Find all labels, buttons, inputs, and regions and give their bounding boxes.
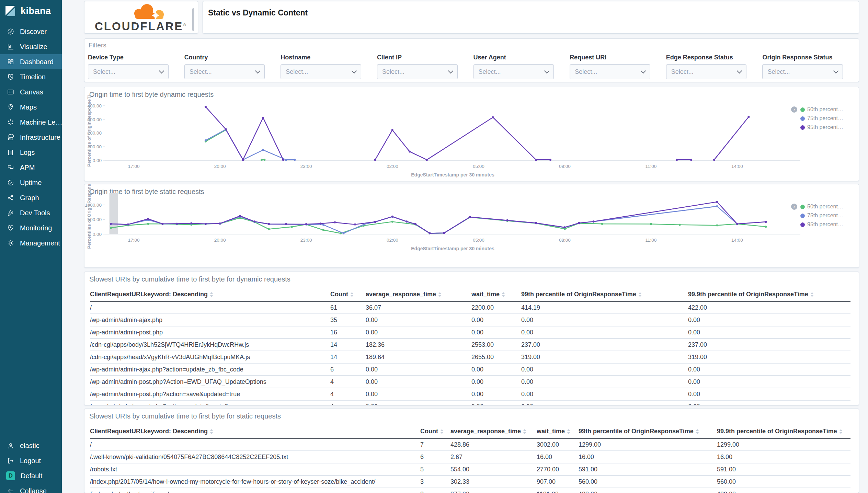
filter-select-country[interactable]: Select... [184, 64, 265, 79]
sidebar: kibana DiscoverVisualizeDashboardTimelio… [0, 0, 62, 493]
sidebar-item-monitoring[interactable]: Monitoring [0, 220, 62, 236]
legend-item[interactable]: 95th percent… [800, 124, 855, 130]
filter-select-hostname[interactable]: Select... [281, 64, 361, 79]
column-header[interactable]: 99.9th percentile of OriginResponseTime [717, 425, 850, 438]
sidebar-item-collapse[interactable]: Collapse [0, 483, 62, 493]
sidebar-item-logs[interactable]: Logs [0, 145, 62, 160]
sidebar-item-machine-le[interactable]: Machine Le… [0, 115, 62, 130]
svg-text:05:00: 05:00 [473, 164, 484, 169]
sidebar-item-timelion[interactable]: Timelion [0, 69, 62, 84]
sidebar-item-discover[interactable]: Discover [0, 24, 62, 39]
chart-legend: ›50th percent…75th percent…95th percent… [800, 106, 855, 133]
legend-expand-icon[interactable]: › [791, 204, 797, 210]
sort-icon[interactable] [210, 429, 213, 434]
sort-icon[interactable] [350, 292, 354, 297]
legend-item[interactable]: ›50th percent… [800, 106, 855, 113]
column-header[interactable]: wait_time [537, 425, 579, 438]
sidebar-item-infrastructure[interactable]: Infrastructure [0, 130, 62, 145]
timelion-icon [7, 73, 14, 81]
table-cell: 3002.00 [537, 438, 579, 451]
select-placeholder: Select... [190, 68, 212, 76]
cloudflare-cloud-icon [95, 3, 187, 21]
table-cell: 2655.00 [471, 351, 521, 363]
sort-icon[interactable] [523, 429, 526, 434]
discover-icon [7, 28, 14, 35]
sort-icon[interactable] [438, 292, 442, 297]
column-header[interactable]: Count [420, 425, 450, 438]
sidebar-item-elastic[interactable]: elastic [0, 438, 62, 453]
legend-label: 50th percent… [807, 106, 843, 113]
sort-icon[interactable] [696, 429, 699, 434]
legend-item[interactable]: 95th percent… [800, 221, 855, 228]
legend-item[interactable]: ›50th percent… [800, 204, 855, 210]
sidebar-item-dev-tools[interactable]: Dev Tools [0, 205, 62, 220]
sort-icon[interactable] [210, 292, 213, 297]
sidebar-item-management[interactable]: Management [0, 236, 62, 251]
kibana-logo[interactable]: kibana [0, 0, 62, 21]
sidebar-item-visualize[interactable]: Visualize [0, 39, 62, 54]
legend-expand-icon[interactable]: › [791, 106, 797, 113]
sidebar-item-label: Logs [20, 149, 35, 157]
sidebar-item-label: Visualize [20, 43, 47, 51]
collapse-icon [7, 487, 14, 493]
sidebar-item-apm[interactable]: APM [0, 160, 62, 175]
sidebar-item-label: Collapse [20, 487, 47, 493]
sidebar-item-dashboard[interactable]: Dashboard [0, 54, 62, 69]
column-header[interactable]: ClientRequestURI.keyword: Descending [90, 288, 330, 301]
sidebar-item-canvas[interactable]: Canvas [0, 84, 62, 100]
sidebar-item-graph[interactable]: Graph [0, 190, 62, 205]
sidebar-item-label: Dev Tools [20, 209, 50, 217]
filter-hostname: HostnameSelect... [281, 54, 361, 79]
svg-text:EdgeStartTimestamp per 30 minu: EdgeStartTimestamp per 30 minutes [411, 246, 494, 251]
column-header[interactable]: Count [330, 288, 366, 301]
chevron-down-icon [159, 68, 164, 74]
filter-select-device-type[interactable]: Select... [88, 64, 169, 79]
sidebar-item-maps[interactable]: Maps [0, 100, 62, 115]
column-header[interactable]: 99.9th percentile of OriginResponseTime [688, 288, 850, 301]
sort-icon[interactable] [810, 292, 814, 297]
legend-item[interactable]: 75th percent… [800, 213, 855, 219]
line-chart-1[interactable]: 0.00500.001000.0017:0020:0023:0002:0005:… [84, 184, 859, 268]
table-cell: 35 [330, 314, 366, 326]
column-header[interactable]: 99th percentile of OriginResponseTime [579, 425, 717, 438]
sidebar-item-default[interactable]: DDefault [0, 468, 62, 483]
column-header[interactable]: 99th percentile of OriginResponseTime [521, 288, 688, 301]
table-cell: 6 [330, 363, 366, 376]
sidebar-item-label: Infrastructure [20, 134, 60, 141]
filter-select-request-uri[interactable]: Select... [570, 64, 650, 79]
canvas-icon [7, 88, 14, 96]
svg-text:Percentiles of OriginResponse: Percentiles of OriginResponse [87, 184, 92, 249]
filter-select-origin-response-status[interactable]: Select... [762, 64, 843, 79]
chevron-down-icon [640, 68, 646, 74]
sort-icon[interactable] [638, 292, 642, 297]
column-header-label: ClientRequestURI.keyword: Descending [90, 428, 208, 435]
column-header[interactable]: wait_time [471, 288, 521, 301]
monitoring-icon [7, 224, 14, 232]
sort-icon[interactable] [502, 292, 505, 297]
sort-icon[interactable] [440, 429, 444, 434]
filter-select-client-ip[interactable]: Select... [377, 64, 458, 79]
filter-select-user-agent[interactable]: Select... [473, 64, 554, 79]
sidebar-item-label: Logout [20, 457, 41, 465]
legend-item[interactable]: 75th percent… [800, 115, 855, 122]
line-chart-0[interactable]: 0.00100.00200.00300.00400.0017:0020:0023… [84, 87, 859, 181]
sort-icon[interactable] [567, 429, 570, 434]
table-cell: 0.00 [521, 376, 688, 388]
column-header[interactable]: average_response_time [366, 288, 471, 301]
legend-label: 50th percent… [807, 204, 843, 210]
table-cell: 0.00 [471, 326, 521, 339]
dashboard-title-panel: Static vs Dynamic Content [203, 1, 859, 34]
panel-resize-handle[interactable] [192, 8, 194, 31]
filters-panel: Filters Device TypeSelect...CountrySelec… [84, 38, 859, 82]
sort-icon[interactable] [839, 429, 843, 434]
filter-select-edge-response-status[interactable]: Select... [666, 64, 747, 79]
sidebar-item-logout[interactable]: Logout [0, 453, 62, 468]
table-row: /index.php/author/camiliame/3377.001131.… [90, 488, 850, 493]
table-cell: 61 [330, 301, 366, 314]
column-header-label: average_response_time [450, 428, 521, 435]
column-header[interactable]: average_response_time [450, 425, 537, 438]
table-cell: 414.19 [521, 301, 688, 314]
svg-text:0.00: 0.00 [93, 232, 102, 237]
column-header[interactable]: ClientRequestURI.keyword: Descending [90, 425, 420, 438]
sidebar-item-uptime[interactable]: Uptime [0, 175, 62, 190]
